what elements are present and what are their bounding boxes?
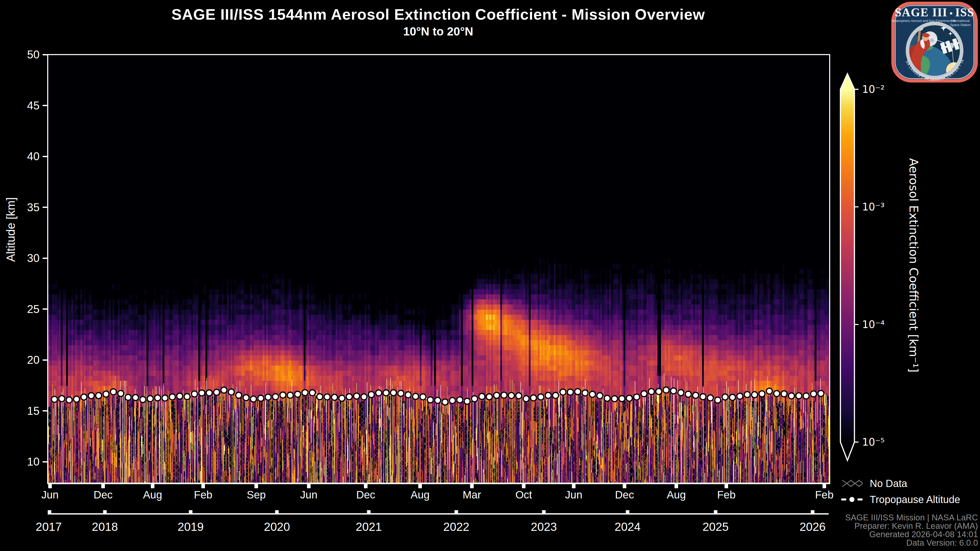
month-tick-mark [822,484,826,488]
y-tick-label: 20 [8,353,40,367]
year-tick-mark [811,510,815,513]
colorbar-tick-1e-2: 10⁻² [862,82,885,97]
month-tick-label: Feb [801,489,847,501]
tropopause-line-icon [841,494,863,505]
logo-subtitle-sage: Stratospheric Aerosol and Gas Experiment… [891,19,955,23]
colorbar-extend-max-arrow [840,74,854,89]
month-tick-mark [470,484,474,488]
logo-subtitle-iss-2: Space Station [950,23,971,27]
year-tick-label: 2022 [428,520,484,534]
footer-line: Generated 2026-04-08 14:01 [845,530,978,538]
month-tick-label: Aug [653,489,699,501]
month-tick-label: Dec [601,489,648,501]
heatmap-canvas [48,55,829,483]
year-tick-mark [189,510,192,513]
year-tick-label: 2020 [249,520,305,534]
colorbar-label: Aerosol Extinction Coefficient [km⁻¹] [905,92,923,439]
chart-subtitle: 10°N to 20°N [48,24,829,38]
month-tick-label: Jun [551,489,597,501]
legend-item-tropopause: Tropopause Altitude [841,492,960,507]
year-tick-label: 2026 [784,520,841,534]
y-tick-mark [43,54,48,56]
colorbar-tick-1e-5: 10⁻⁵ [862,434,885,450]
footer-line: Data Version: 6.0.0 [845,538,978,547]
y-tick-mark [43,206,48,208]
y-axis-label: Altitude [km] [4,219,18,233]
month-tick-mark [623,484,626,488]
year-tick-label: 2018 [77,520,133,534]
month-tick-label: Dec [343,489,389,501]
colorbar-gradient [840,89,854,442]
month-tick-mark [364,484,368,488]
y-tick-mark [43,258,48,259]
month-tick-mark [255,484,258,488]
chart-title: SAGE III/ISS 1544nm Aerosol Extinction C… [48,6,829,23]
y-tick-label: 35 [8,200,40,214]
colorbar-tick-1e-4: 10⁻⁴ [862,317,885,332]
y-tick-mark [43,105,48,106]
year-tick-label: 2024 [600,520,655,534]
month-tick-mark [724,484,728,488]
month-tick-label: Aug [397,489,443,501]
y-tick-label: 40 [8,149,40,164]
colorbar-tick-marks [854,89,859,442]
year-tick-label: 2023 [516,520,572,534]
colorbar-extend-min-arrow [840,442,854,460]
y-tick-label: 50 [8,48,40,62]
logo-subtitle-iss: International [951,19,969,23]
month-tick-mark [675,484,678,488]
year-tick-label: 2021 [341,520,397,534]
no-data-hatch-icon [841,478,863,489]
y-tick-mark [43,461,48,462]
y-tick-mark [43,410,48,411]
month-tick-label: Sep [233,489,279,501]
year-tick-mark [275,510,279,513]
y-tick-label: 10 [8,454,40,469]
year-tick-mark [367,510,371,513]
month-tick-mark [522,484,525,488]
y-tick-label: 45 [8,98,40,113]
y-tick-label: 25 [8,302,40,316]
year-tick-mark [48,510,51,513]
y-tick-label: 15 [8,404,40,418]
legend-label-tropopause: Tropopause Altitude [870,494,960,505]
year-tick-mark [714,510,718,513]
month-tick-mark [201,484,205,488]
legend-label-no-data: No Data [870,478,907,489]
y-tick-mark [43,359,48,361]
y-tick-mark [43,308,48,310]
month-tick-mark [48,484,52,488]
footer-line: SAGE III/ISS Mission | NASA LaRC [845,513,978,522]
month-tick-label: Jun [27,489,73,501]
year-axis-line [48,513,829,514]
sage-iii-iss-mission-patch: SAGE III•ISS Stratospheric Aerosol and G… [891,2,978,83]
year-tick-label: 2019 [162,520,219,534]
month-tick-label: Aug [130,489,176,501]
month-tick-mark [101,484,105,488]
month-tick-label: Feb [180,489,226,501]
month-tick-label: Dec [80,489,126,501]
year-tick-mark [542,510,546,513]
y-tick-label: 30 [8,251,40,265]
year-tick-label: 2025 [687,520,744,534]
y-tick-mark [43,156,48,157]
month-tick-mark [307,484,310,488]
year-tick-mark [455,510,458,513]
year-tick-label: 2017 [21,520,77,534]
month-tick-mark [572,484,576,488]
month-tick-mark [418,484,422,488]
logo-title: SAGE III•ISS [895,6,974,19]
month-tick-label: Jun [286,489,332,501]
year-tick-mark [626,510,629,513]
month-tick-label: Feb [703,489,749,501]
month-tick-label: Oct [501,489,547,501]
attribution-footer: SAGE III/ISS Mission | NASA LaRCPreparer… [845,513,978,547]
month-tick-label: Mar [449,489,495,501]
legend-item-no-data: No Data [841,476,907,491]
year-tick-mark [103,510,107,513]
month-tick-mark [151,484,154,488]
colorbar [838,71,863,464]
colorbar-tick-1e-3: 10⁻³ [862,199,885,214]
footer-line: Preparer: Kevin R. Leavor (AMA) [845,522,978,530]
